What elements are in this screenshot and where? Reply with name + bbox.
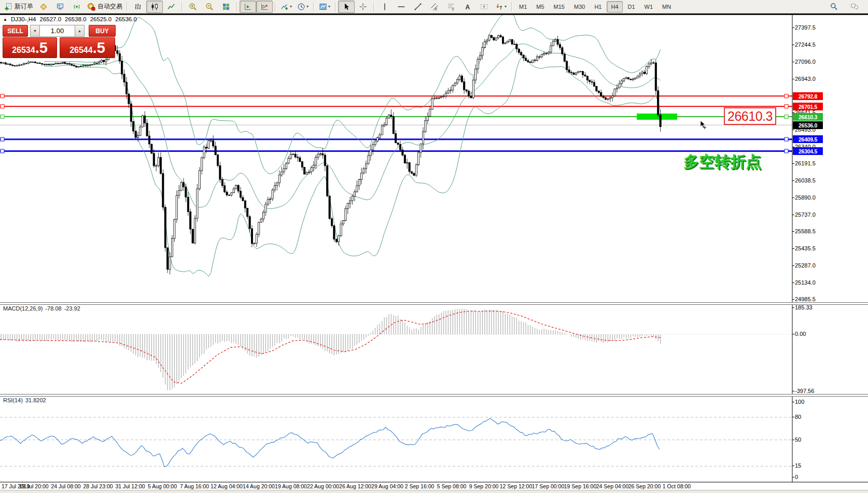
search-icon	[830, 3, 838, 11]
auto-scroll-button[interactable]	[240, 1, 256, 13]
arrow-objects-button[interactable]: ▾	[493, 1, 509, 13]
chat-button[interactable]	[846, 1, 863, 13]
high-value: 26538.0	[65, 16, 87, 22]
macd-main-value: -78.08	[45, 305, 61, 312]
price-callout-label[interactable]: 26610.3	[724, 107, 776, 125]
tile-windows-button[interactable]	[218, 1, 234, 13]
time-axis-label: 24 Jul 08:00	[51, 483, 80, 489]
search-button[interactable]	[825, 1, 842, 13]
highlight-bar[interactable]	[637, 114, 677, 120]
zoom-out-button[interactable]	[201, 1, 218, 13]
bar-chart-button[interactable]	[130, 1, 146, 13]
rsi-pane[interactable]	[0, 417, 792, 467]
pane-separator-rsi[interactable]	[0, 394, 868, 397]
price-tick: 25588.5	[795, 228, 816, 234]
line-handle[interactable]	[785, 137, 788, 141]
toolbar-separator	[313, 2, 314, 11]
zoom-in-button[interactable]	[185, 1, 201, 13]
line-handle[interactable]	[785, 149, 788, 153]
cursor-button[interactable]	[338, 1, 355, 13]
buy-tab[interactable]: BUY	[89, 25, 116, 37]
line-handle[interactable]	[1, 115, 4, 119]
time-axis-label: 19 Jul 20:00	[19, 483, 48, 489]
text-button[interactable]: A	[459, 1, 476, 13]
turning-point-annotation[interactable]: 多空转折点	[683, 151, 761, 173]
line-handle[interactable]	[1, 137, 4, 141]
zoom-in-icon	[189, 3, 197, 11]
timeframe-mn-button[interactable]: MN	[658, 1, 675, 12]
collapse-arrow-icon[interactable]: ▲	[3, 17, 7, 22]
volume-increase-button[interactable]: ▲	[75, 25, 85, 37]
line-handle[interactable]	[785, 115, 788, 119]
rsi-indicator-label: RSI(14) 31.8202	[3, 397, 46, 403]
chevron-down-icon[interactable]: ▾	[306, 4, 309, 9]
trendline-button[interactable]	[410, 1, 426, 13]
vline-icon	[381, 3, 389, 11]
new-order-button[interactable]: 新订单	[2, 1, 35, 13]
volume-decrease-button[interactable]: ▼	[30, 25, 40, 37]
candle-chart-button[interactable]	[146, 1, 163, 13]
line-handle[interactable]	[1, 94, 4, 98]
svg-text:A: A	[466, 3, 470, 10]
auto-trading-button[interactable]: 自动交易	[85, 1, 124, 13]
price-tick: 27244.5	[795, 41, 816, 48]
sell-price-button[interactable]: 26534 .5	[3, 37, 57, 58]
vertical-line-button[interactable]	[376, 1, 393, 13]
timeframe-d1-button[interactable]: D1	[624, 1, 639, 12]
open-value: 26527.0	[40, 16, 62, 22]
line-handle[interactable]	[1, 105, 4, 108]
sell-price-frac: .5	[35, 38, 48, 58]
bar-chart-icon	[134, 3, 142, 11]
styler-button[interactable]	[35, 1, 52, 13]
line-handle[interactable]	[1, 149, 4, 153]
timeframe-m1-button[interactable]: M1	[515, 1, 531, 12]
line-handle[interactable]	[785, 105, 788, 108]
indicators-button[interactable]: ▾	[278, 1, 295, 13]
line-handle[interactable]	[785, 94, 788, 98]
rsi-tick: 80	[795, 414, 801, 420]
macd-tick: 185.33	[795, 304, 813, 311]
terminal-button[interactable]	[52, 1, 68, 13]
timeframe-h4-button[interactable]: H4	[607, 1, 622, 12]
price-tick: 24985.5	[795, 296, 816, 302]
chart-colors-button[interactable]: ▾	[316, 1, 333, 13]
chart-shift-button[interactable]	[256, 1, 273, 13]
timeframe-m30-button[interactable]: M30	[570, 1, 589, 12]
chevron-down-icon[interactable]: ▾	[328, 4, 330, 9]
bollinger-lower-band	[45, 58, 661, 277]
macd-tick: 0.00	[795, 331, 806, 337]
timeframe-m5-button[interactable]: M5	[532, 1, 548, 12]
price-tick: 25890.0	[795, 194, 816, 201]
crosshair-button[interactable]	[355, 1, 371, 13]
fibonacci-button[interactable]: F	[443, 1, 459, 13]
timeframe-h1-button[interactable]: H1	[590, 1, 606, 12]
chevron-down-icon[interactable]: ▾	[505, 4, 507, 9]
time-axis-label: 5 Aug 00:00	[148, 483, 177, 489]
macd-pane[interactable]	[0, 308, 792, 390]
sell-tab[interactable]: SELL	[3, 25, 28, 37]
line-chart-button[interactable]	[163, 1, 179, 13]
timeframe-w1-button[interactable]: W1	[640, 1, 657, 12]
chevron-down-icon[interactable]: ▾	[290, 4, 292, 9]
time-axis-label: 19 Sep 16:00	[564, 483, 596, 489]
horizontal-line-button[interactable]	[393, 1, 410, 13]
volume-input[interactable]	[40, 25, 75, 36]
text-label-button[interactable]: T	[476, 1, 493, 13]
time-axis-label: 12 Sep 12:00	[500, 483, 532, 489]
main-price-pane[interactable]	[0, 12, 792, 277]
signals-button[interactable]	[68, 1, 85, 13]
channel-icon: E	[430, 3, 439, 11]
auto-scroll-icon	[244, 3, 252, 11]
pane-separator-macd[interactable]	[0, 302, 868, 305]
trendline-icon	[414, 3, 422, 11]
time-axis-label: 24 Sep 04:00	[596, 483, 628, 489]
chart-svg[interactable]	[0, 0, 868, 493]
buy-price-button[interactable]: 26544 .5	[60, 37, 115, 58]
toolbar-separator	[127, 2, 128, 11]
equidistant-channel-button[interactable]: E	[426, 1, 443, 13]
periods-button[interactable]: ▾	[295, 1, 311, 13]
timeframe-m15-button[interactable]: M15	[550, 1, 569, 12]
price-tick: 25435.5	[795, 245, 816, 251]
time-axis-label: 19 Aug 08:00	[275, 483, 307, 489]
price-badge-26304.5: 26304.5	[793, 147, 823, 155]
